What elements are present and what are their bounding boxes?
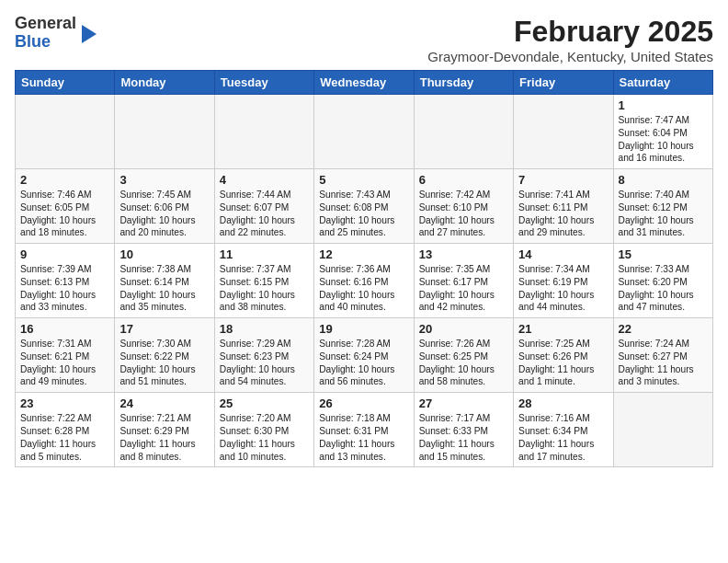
calendar-header: SundayMondayTuesdayWednesdayThursdayFrid… [16, 71, 713, 95]
logo-text: General Blue [15, 15, 76, 52]
calendar-cell [214, 95, 313, 169]
day-info: Sunrise: 7:29 AM Sunset: 6:23 PM Dayligh… [220, 338, 309, 388]
header-sunday: Sunday [16, 71, 115, 95]
day-info: Sunrise: 7:33 AM Sunset: 6:20 PM Dayligh… [619, 263, 708, 314]
header-friday: Friday [514, 71, 613, 95]
title-block: February 2025 Graymoor-Devondale, Kentuc… [427, 15, 713, 64]
day-number: 14 [518, 247, 608, 261]
calendar-cell: 14Sunrise: 7:34 AM Sunset: 6:19 PM Dayli… [514, 244, 613, 318]
day-info: Sunrise: 7:35 AM Sunset: 6:17 PM Dayligh… [419, 263, 508, 314]
day-number: 20 [419, 322, 508, 336]
calendar-cell: 6Sunrise: 7:42 AM Sunset: 6:10 PM Daylig… [414, 169, 513, 244]
header-wednesday: Wednesday [314, 71, 414, 95]
day-info: Sunrise: 7:43 AM Sunset: 6:08 PM Dayligh… [319, 189, 408, 239]
page-header: General Blue February 2025 Graymoor-Devo… [15, 15, 713, 64]
day-number: 8 [619, 173, 708, 187]
calendar-cell: 25Sunrise: 7:20 AM Sunset: 6:30 PM Dayli… [214, 393, 313, 467]
calendar-cell: 17Sunrise: 7:30 AM Sunset: 6:22 PM Dayli… [115, 318, 214, 393]
day-number: 1 [619, 98, 708, 112]
week-row-3: 16Sunrise: 7:31 AM Sunset: 6:21 PM Dayli… [16, 318, 713, 393]
day-info: Sunrise: 7:22 AM Sunset: 6:28 PM Dayligh… [20, 412, 109, 463]
calendar-cell: 15Sunrise: 7:33 AM Sunset: 6:20 PM Dayli… [613, 244, 712, 318]
day-number: 22 [619, 322, 708, 336]
day-info: Sunrise: 7:34 AM Sunset: 6:19 PM Dayligh… [518, 263, 608, 314]
calendar-cell: 16Sunrise: 7:31 AM Sunset: 6:21 PM Dayli… [16, 318, 115, 393]
calendar-table: SundayMondayTuesdayWednesdayThursdayFrid… [15, 70, 713, 467]
calendar-cell: 3Sunrise: 7:45 AM Sunset: 6:06 PM Daylig… [115, 169, 214, 244]
day-number: 23 [20, 396, 109, 410]
day-info: Sunrise: 7:28 AM Sunset: 6:24 PM Dayligh… [319, 338, 408, 388]
day-number: 12 [319, 247, 408, 261]
day-info: Sunrise: 7:31 AM Sunset: 6:21 PM Dayligh… [20, 338, 109, 388]
day-number: 15 [619, 247, 708, 261]
calendar-cell: 5Sunrise: 7:43 AM Sunset: 6:08 PM Daylig… [314, 169, 414, 244]
day-info: Sunrise: 7:41 AM Sunset: 6:11 PM Dayligh… [518, 189, 608, 239]
day-info: Sunrise: 7:30 AM Sunset: 6:22 PM Dayligh… [119, 338, 209, 388]
month-title: February 2025 [427, 15, 713, 49]
day-info: Sunrise: 7:37 AM Sunset: 6:15 PM Dayligh… [220, 263, 309, 314]
calendar-cell [314, 95, 414, 169]
calendar-cell: 21Sunrise: 7:25 AM Sunset: 6:26 PM Dayli… [514, 318, 613, 393]
day-info: Sunrise: 7:24 AM Sunset: 6:27 PM Dayligh… [619, 338, 708, 388]
calendar-cell: 11Sunrise: 7:37 AM Sunset: 6:15 PM Dayli… [214, 244, 313, 318]
day-number: 25 [220, 396, 309, 410]
calendar-cell: 8Sunrise: 7:40 AM Sunset: 6:12 PM Daylig… [613, 169, 712, 244]
header-row: SundayMondayTuesdayWednesdayThursdayFrid… [16, 71, 713, 95]
calendar-cell: 7Sunrise: 7:41 AM Sunset: 6:11 PM Daylig… [514, 169, 613, 244]
day-info: Sunrise: 7:44 AM Sunset: 6:07 PM Dayligh… [220, 189, 309, 239]
day-number: 13 [419, 247, 508, 261]
calendar-body: 1Sunrise: 7:47 AM Sunset: 6:04 PM Daylig… [16, 95, 713, 467]
day-number: 26 [319, 396, 408, 410]
day-info: Sunrise: 7:18 AM Sunset: 6:31 PM Dayligh… [319, 412, 408, 463]
day-number: 7 [518, 173, 608, 187]
calendar-cell [414, 95, 513, 169]
day-number: 5 [319, 173, 408, 187]
day-info: Sunrise: 7:46 AM Sunset: 6:05 PM Dayligh… [20, 189, 109, 239]
day-info: Sunrise: 7:25 AM Sunset: 6:26 PM Dayligh… [518, 338, 608, 388]
calendar-cell: 26Sunrise: 7:18 AM Sunset: 6:31 PM Dayli… [314, 393, 414, 467]
day-number: 4 [220, 173, 309, 187]
week-row-1: 2Sunrise: 7:46 AM Sunset: 6:05 PM Daylig… [16, 169, 713, 244]
day-info: Sunrise: 7:20 AM Sunset: 6:30 PM Dayligh… [220, 412, 309, 463]
day-number: 18 [220, 322, 309, 336]
location-title: Graymoor-Devondale, Kentucky, United Sta… [427, 49, 713, 64]
week-row-2: 9Sunrise: 7:39 AM Sunset: 6:13 PM Daylig… [16, 244, 713, 318]
calendar-cell: 10Sunrise: 7:38 AM Sunset: 6:14 PM Dayli… [115, 244, 214, 318]
calendar-cell [613, 393, 712, 467]
day-info: Sunrise: 7:16 AM Sunset: 6:34 PM Dayligh… [518, 412, 608, 463]
day-info: Sunrise: 7:21 AM Sunset: 6:29 PM Dayligh… [119, 412, 209, 463]
header-saturday: Saturday [613, 71, 712, 95]
logo-arrow-icon [82, 25, 97, 43]
day-number: 24 [119, 396, 209, 410]
day-info: Sunrise: 7:17 AM Sunset: 6:33 PM Dayligh… [419, 412, 508, 463]
calendar-cell: 22Sunrise: 7:24 AM Sunset: 6:27 PM Dayli… [613, 318, 712, 393]
week-row-0: 1Sunrise: 7:47 AM Sunset: 6:04 PM Daylig… [16, 95, 713, 169]
day-number: 9 [20, 247, 109, 261]
calendar-cell: 2Sunrise: 7:46 AM Sunset: 6:05 PM Daylig… [16, 169, 115, 244]
day-number: 2 [20, 173, 109, 187]
header-tuesday: Tuesday [214, 71, 313, 95]
calendar-cell [115, 95, 214, 169]
calendar-cell: 24Sunrise: 7:21 AM Sunset: 6:29 PM Dayli… [115, 393, 214, 467]
header-thursday: Thursday [414, 71, 513, 95]
logo-blue: Blue [15, 32, 51, 51]
calendar-cell: 28Sunrise: 7:16 AM Sunset: 6:34 PM Dayli… [514, 393, 613, 467]
day-number: 28 [518, 396, 608, 410]
logo-general: General [15, 14, 76, 32]
header-monday: Monday [115, 71, 214, 95]
day-info: Sunrise: 7:38 AM Sunset: 6:14 PM Dayligh… [119, 263, 209, 314]
calendar-cell: 27Sunrise: 7:17 AM Sunset: 6:33 PM Dayli… [414, 393, 513, 467]
calendar-cell: 4Sunrise: 7:44 AM Sunset: 6:07 PM Daylig… [214, 169, 313, 244]
day-info: Sunrise: 7:45 AM Sunset: 6:06 PM Dayligh… [119, 189, 209, 239]
day-number: 27 [419, 396, 508, 410]
day-info: Sunrise: 7:36 AM Sunset: 6:16 PM Dayligh… [319, 263, 408, 314]
calendar-cell: 9Sunrise: 7:39 AM Sunset: 6:13 PM Daylig… [16, 244, 115, 318]
calendar-cell: 19Sunrise: 7:28 AM Sunset: 6:24 PM Dayli… [314, 318, 414, 393]
day-number: 11 [220, 247, 309, 261]
day-info: Sunrise: 7:47 AM Sunset: 6:04 PM Dayligh… [619, 114, 708, 165]
calendar-cell: 1Sunrise: 7:47 AM Sunset: 6:04 PM Daylig… [613, 95, 712, 169]
day-number: 3 [119, 173, 209, 187]
week-row-4: 23Sunrise: 7:22 AM Sunset: 6:28 PM Dayli… [16, 393, 713, 467]
calendar-cell: 23Sunrise: 7:22 AM Sunset: 6:28 PM Dayli… [16, 393, 115, 467]
calendar-cell [16, 95, 115, 169]
